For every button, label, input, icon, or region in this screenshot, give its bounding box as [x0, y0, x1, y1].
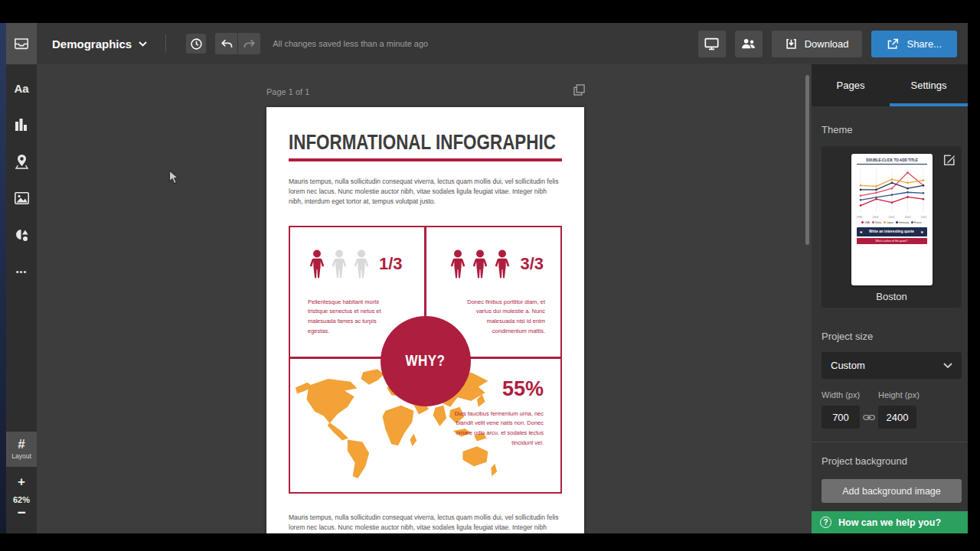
theme-preview-quote-text: Write an interesting quote: [869, 230, 914, 233]
tab-settings[interactable]: Settings: [890, 64, 968, 106]
project-size-value: Custom: [831, 360, 865, 371]
history-button[interactable]: [186, 34, 206, 54]
question-icon: ?: [820, 517, 831, 528]
map-pin-icon: [15, 155, 28, 169]
sidebar-item-projects[interactable]: [6, 23, 37, 64]
link-dimensions-icon[interactable]: [860, 414, 878, 421]
theme-thumbnail[interactable]: DOUBLE-CLICK TO ADD TITLE · · · · · 1995…: [851, 154, 933, 285]
infographic-title[interactable]: INFORMATIONAL INFOGRAPHIC: [289, 130, 508, 155]
toolbar-divider: [165, 34, 166, 53]
help-button[interactable]: ? How can we help you?: [812, 511, 968, 533]
shapes-icon: [15, 229, 28, 242]
stat-right-value: 3/3: [520, 254, 544, 274]
theme-section-label: Theme: [822, 124, 962, 135]
stats-block[interactable]: 1/3 Pellentesque habitant morbi tristiqu…: [289, 226, 562, 494]
stat-right-text[interactable]: Donec finibus porttitor diam, et varius …: [467, 298, 545, 337]
height-label: Height (px): [878, 390, 920, 399]
theme-card: DOUBLE-CLICK TO ADD TITLE · · · · · 1995…: [822, 146, 962, 308]
star-icon: ★: [860, 230, 863, 234]
share-button-label: Share...: [906, 38, 942, 50]
intro-paragraph[interactable]: Mauris tempus, nulla sollicitudin conseq…: [289, 177, 562, 207]
star-icon: ★: [920, 230, 923, 234]
zoom-in-button[interactable]: +: [18, 474, 25, 490]
project-menu-chevron-icon[interactable]: [139, 41, 147, 47]
project-title[interactable]: Demographics: [52, 37, 132, 51]
title-underline: [289, 158, 562, 161]
project-background-label: Project background: [822, 455, 962, 467]
redo-icon: [243, 39, 256, 48]
project-size-dropdown[interactable]: Custom: [822, 352, 962, 379]
stat-left-pictogram: 1/3: [307, 246, 403, 282]
panel-tabs: Pages Settings: [812, 64, 968, 106]
panel-divider: [812, 442, 968, 442]
tab-pages[interactable]: Pages: [812, 64, 890, 106]
width-label: Width (px): [822, 390, 878, 399]
layout-button-label: Layout: [11, 452, 31, 460]
duplicate-page-icon[interactable]: [573, 84, 585, 96]
more-icon: •••: [16, 267, 28, 276]
project-size-label: Project size: [822, 331, 962, 342]
chevron-down-icon: [943, 363, 952, 368]
zoom-level[interactable]: 62%: [13, 495, 30, 504]
stat-bottom-value[interactable]: 55%: [502, 377, 544, 401]
stat-right-pictogram: 3/3: [448, 246, 544, 282]
stat-left-text[interactable]: Pellentesque habitant morbi tristique se…: [308, 298, 386, 337]
sidebar-item-text[interactable]: Aa: [6, 80, 37, 96]
undo-icon: [220, 39, 233, 48]
width-field[interactable]: [822, 406, 860, 429]
settings-panel-body: Theme DOUBLE-CLICK TO ADD TITLE · · · · …: [812, 106, 968, 511]
grid-layout-icon: #: [18, 438, 24, 451]
share-icon: [887, 38, 899, 50]
add-background-image-button[interactable]: Add background image: [822, 479, 962, 503]
settings-panel: Pages Settings Theme DOUBLE-CLICK TO ADD…: [812, 64, 968, 533]
mouse-cursor: [168, 170, 180, 185]
tray-icon: [14, 37, 29, 50]
theme-preview-legend: USAChinaJapanGermanyFrance: [857, 221, 927, 224]
theme-preview-quote-bar: ★ Write an interesting quote ★: [857, 227, 927, 236]
people-icon: [741, 38, 756, 50]
monitor-icon: [704, 37, 719, 51]
sidebar-item-charts[interactable]: [6, 116, 37, 133]
zoom-out-button[interactable]: −: [17, 507, 25, 518]
canvas-scrollbar[interactable]: [805, 75, 809, 245]
left-toolbar: Aa: [6, 23, 37, 533]
collaborators-button[interactable]: [735, 31, 763, 57]
preview-button[interactable]: [698, 31, 726, 57]
app-screen: Aa: [0, 0, 980, 551]
editor-canvas[interactable]: Page 1 of 1 INFORMATIONAL INFOGRAPHIC Ma…: [37, 64, 812, 533]
height-field[interactable]: [878, 406, 916, 429]
download-button[interactable]: Download: [772, 31, 863, 57]
clock-icon: [190, 37, 203, 51]
share-button[interactable]: Share...: [871, 31, 957, 57]
save-status: All changes saved less than a minute ago: [273, 39, 428, 48]
image-icon: [15, 192, 29, 204]
layout-button[interactable]: # Layout: [6, 432, 37, 467]
desktop-edge-strip: [0, 23, 6, 533]
theme-preview-title: DOUBLE-CLICK TO ADD TITLE: [859, 158, 924, 162]
top-toolbar: Demographics: [37, 23, 968, 64]
footer-paragraph[interactable]: Mauris tempus, nulla sollicitudin conseq…: [289, 513, 562, 533]
infographic-page[interactable]: INFORMATIONAL INFOGRAPHIC Mauris tempus,…: [266, 107, 584, 533]
theme-name: Boston: [822, 291, 962, 302]
redo-button[interactable]: [238, 33, 260, 54]
page-indicator: Page 1 of 1: [266, 87, 309, 96]
theme-preview-xlabels: 19952000200520102015: [857, 216, 927, 219]
download-icon: [786, 38, 797, 50]
text-tool-icon: Aa: [14, 82, 28, 95]
why-circle[interactable]: WHY?: [381, 316, 471, 406]
stat-left-value: 1/3: [379, 254, 403, 274]
sidebar-item-more[interactable]: •••: [6, 263, 37, 280]
sidebar-item-images[interactable]: [6, 190, 37, 207]
theme-preview-chart: [857, 168, 927, 215]
help-button-label: How can we help you?: [838, 517, 941, 528]
why-circle-label: WHY?: [406, 352, 446, 370]
sidebar-item-shapes[interactable]: [6, 227, 37, 243]
theme-preview-author-bar: Who's author of the quote?: [857, 238, 927, 244]
stat-bottom-text[interactable]: Duis faucibus fermentum urna, nec blandi…: [450, 409, 544, 449]
download-button-label: Download: [805, 38, 849, 50]
edit-theme-icon[interactable]: [942, 153, 956, 167]
bar-chart-icon: [15, 119, 28, 131]
sidebar-item-maps[interactable]: [6, 153, 37, 170]
undo-button[interactable]: [215, 33, 237, 54]
